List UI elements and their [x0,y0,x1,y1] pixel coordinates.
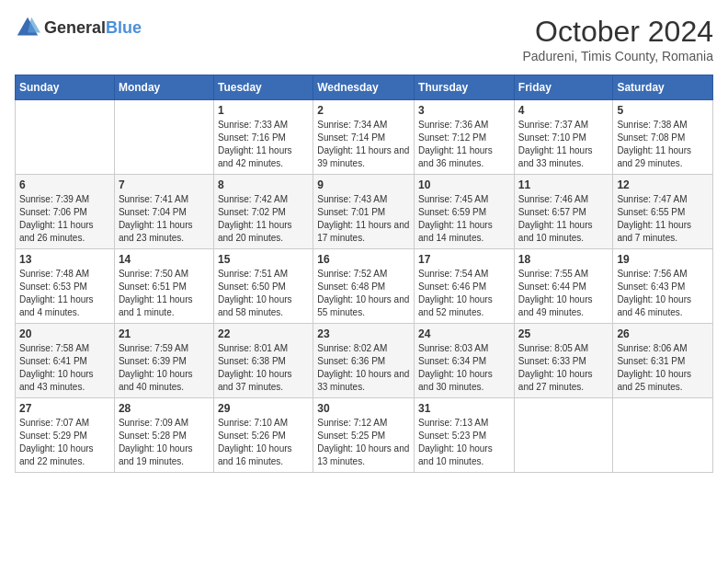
logo-general: General [44,18,106,37]
day-number: 27 [19,402,110,415]
calendar-table: SundayMondayTuesdayWednesdayThursdayFrid… [15,75,713,473]
day-info: Sunrise: 7:09 AM Sunset: 5:28 PM Dayligh… [119,417,210,468]
logo-icon [15,15,40,40]
calendar-cell: 23Sunrise: 8:02 AM Sunset: 6:36 PM Dayli… [313,324,415,398]
calendar-cell: 14Sunrise: 7:50 AM Sunset: 6:51 PM Dayli… [114,249,213,324]
day-info: Sunrise: 7:07 AM Sunset: 5:29 PM Dayligh… [19,417,110,468]
day-number: 1 [218,104,309,117]
day-number: 15 [218,253,309,266]
day-info: Sunrise: 7:34 AM Sunset: 7:14 PM Dayligh… [317,119,410,170]
calendar-cell: 20Sunrise: 7:58 AM Sunset: 6:41 PM Dayli… [16,324,115,398]
day-number: 21 [119,327,210,340]
calendar-cell: 11Sunrise: 7:46 AM Sunset: 6:57 PM Dayli… [514,175,613,249]
day-info: Sunrise: 8:01 AM Sunset: 6:38 PM Dayligh… [218,342,309,394]
day-info: Sunrise: 7:47 AM Sunset: 6:55 PM Dayligh… [617,193,709,245]
day-number: 2 [317,104,410,117]
calendar-cell: 30Sunrise: 7:12 AM Sunset: 5:25 PM Dayli… [313,398,415,473]
day-number: 31 [418,402,510,415]
calendar-cell: 19Sunrise: 7:56 AM Sunset: 6:43 PM Dayli… [613,249,713,324]
calendar-cell: 17Sunrise: 7:54 AM Sunset: 6:46 PM Dayli… [415,249,515,324]
calendar-week-4: 20Sunrise: 7:58 AM Sunset: 6:41 PM Dayli… [16,324,713,398]
day-number: 25 [518,327,609,340]
day-info: Sunrise: 8:05 AM Sunset: 6:33 PM Dayligh… [518,342,609,394]
calendar-cell: 18Sunrise: 7:55 AM Sunset: 6:44 PM Dayli… [514,249,613,324]
day-info: Sunrise: 8:02 AM Sunset: 6:36 PM Dayligh… [317,342,410,394]
title-section: October 2024 Padureni, Timis County, Rom… [523,15,714,63]
calendar-cell: 8Sunrise: 7:42 AM Sunset: 7:02 PM Daylig… [213,175,313,249]
day-number: 22 [218,327,309,340]
calendar-subtitle: Padureni, Timis County, Romania [523,49,714,63]
calendar-cell [613,398,713,473]
day-info: Sunrise: 7:52 AM Sunset: 6:48 PM Dayligh… [317,268,410,319]
day-number: 17 [418,253,510,266]
day-number: 6 [19,178,110,191]
day-number: 8 [218,178,309,191]
day-info: Sunrise: 7:10 AM Sunset: 5:26 PM Dayligh… [218,417,309,468]
day-number: 29 [218,402,309,415]
day-number: 5 [617,104,709,117]
calendar-cell: 1Sunrise: 7:33 AM Sunset: 7:16 PM Daylig… [213,100,313,175]
day-number: 18 [518,253,609,266]
day-number: 10 [418,178,510,191]
calendar-cell: 2Sunrise: 7:34 AM Sunset: 7:14 PM Daylig… [313,100,415,175]
calendar-cell [514,398,613,473]
day-number: 13 [19,253,110,266]
day-of-week-monday: Monday [114,75,213,100]
day-number: 16 [317,253,410,266]
calendar-cell: 24Sunrise: 8:03 AM Sunset: 6:34 PM Dayli… [415,324,515,398]
calendar-cell [114,100,213,175]
calendar-cell: 10Sunrise: 7:45 AM Sunset: 6:59 PM Dayli… [415,175,515,249]
calendar-cell: 29Sunrise: 7:10 AM Sunset: 5:26 PM Dayli… [213,398,313,473]
calendar-week-1: 1Sunrise: 7:33 AM Sunset: 7:16 PM Daylig… [16,100,713,175]
day-of-week-saturday: Saturday [613,75,713,100]
calendar-cell: 15Sunrise: 7:51 AM Sunset: 6:50 PM Dayli… [213,249,313,324]
day-info: Sunrise: 7:59 AM Sunset: 6:39 PM Dayligh… [119,342,210,394]
day-of-week-tuesday: Tuesday [213,75,313,100]
day-info: Sunrise: 7:45 AM Sunset: 6:59 PM Dayligh… [418,193,510,245]
day-info: Sunrise: 8:03 AM Sunset: 6:34 PM Dayligh… [418,342,510,394]
calendar-week-3: 13Sunrise: 7:48 AM Sunset: 6:53 PM Dayli… [16,249,713,324]
page-header: GeneralBlue October 2024 Padureni, Timis… [15,15,713,63]
day-number: 7 [119,178,210,191]
day-info: Sunrise: 7:42 AM Sunset: 7:02 PM Dayligh… [218,193,309,245]
day-number: 19 [617,253,709,266]
day-info: Sunrise: 7:36 AM Sunset: 7:12 PM Dayligh… [418,119,510,170]
calendar-cell: 27Sunrise: 7:07 AM Sunset: 5:29 PM Dayli… [16,398,115,473]
day-of-week-sunday: Sunday [16,75,115,100]
calendar-week-2: 6Sunrise: 7:39 AM Sunset: 7:06 PM Daylig… [16,175,713,249]
day-number: 3 [418,104,510,117]
calendar-cell: 21Sunrise: 7:59 AM Sunset: 6:39 PM Dayli… [114,324,213,398]
day-of-week-wednesday: Wednesday [313,75,415,100]
day-number: 24 [418,327,510,340]
calendar-cell: 26Sunrise: 8:06 AM Sunset: 6:31 PM Dayli… [613,324,713,398]
day-info: Sunrise: 7:46 AM Sunset: 6:57 PM Dayligh… [518,193,609,245]
day-number: 26 [617,327,709,340]
day-info: Sunrise: 7:38 AM Sunset: 7:08 PM Dayligh… [617,119,709,170]
calendar-cell: 7Sunrise: 7:41 AM Sunset: 7:04 PM Daylig… [114,175,213,249]
logo-blue: Blue [106,18,142,37]
day-number: 28 [119,402,210,415]
day-number: 9 [317,178,410,191]
day-info: Sunrise: 8:06 AM Sunset: 6:31 PM Dayligh… [617,342,709,394]
calendar-title: October 2024 [523,15,714,49]
day-number: 23 [317,327,410,340]
day-info: Sunrise: 7:37 AM Sunset: 7:10 PM Dayligh… [518,119,609,170]
day-info: Sunrise: 7:41 AM Sunset: 7:04 PM Dayligh… [119,193,210,245]
calendar-cell: 4Sunrise: 7:37 AM Sunset: 7:10 PM Daylig… [514,100,613,175]
calendar-header-row: SundayMondayTuesdayWednesdayThursdayFrid… [16,75,713,100]
calendar-cell: 5Sunrise: 7:38 AM Sunset: 7:08 PM Daylig… [613,100,713,175]
day-number: 4 [518,104,609,117]
day-number: 11 [518,178,609,191]
day-number: 30 [317,402,410,415]
calendar-cell: 25Sunrise: 8:05 AM Sunset: 6:33 PM Dayli… [514,324,613,398]
calendar-cell [16,100,115,175]
day-of-week-thursday: Thursday [415,75,515,100]
calendar-cell: 16Sunrise: 7:52 AM Sunset: 6:48 PM Dayli… [313,249,415,324]
day-info: Sunrise: 7:12 AM Sunset: 5:25 PM Dayligh… [317,417,410,468]
calendar-cell: 6Sunrise: 7:39 AM Sunset: 7:06 PM Daylig… [16,175,115,249]
day-number: 14 [119,253,210,266]
day-number: 12 [617,178,709,191]
logo: GeneralBlue [15,15,142,40]
calendar-cell: 31Sunrise: 7:13 AM Sunset: 5:23 PM Dayli… [415,398,515,473]
calendar-cell: 22Sunrise: 8:01 AM Sunset: 6:38 PM Dayli… [213,324,313,398]
